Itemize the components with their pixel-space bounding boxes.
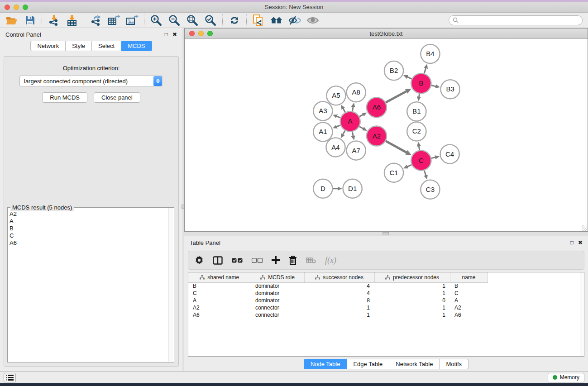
table-settings-gear-icon[interactable]	[195, 253, 204, 267]
node-A1[interactable]: A1	[313, 122, 332, 141]
delete-table-icon[interactable]	[306, 253, 316, 267]
export-image-icon[interactable]	[126, 14, 139, 26]
edge-C-C3[interactable]	[424, 171, 426, 176]
zoom-in-icon[interactable]	[150, 14, 163, 26]
task-history-button[interactable]	[4, 373, 16, 382]
edge-A2-C[interactable]	[386, 141, 407, 153]
toggle-columns-icon[interactable]	[213, 253, 223, 267]
tab-edge-table[interactable]: Edge Table	[347, 359, 389, 369]
close-panel-button[interactable]: Close panel	[94, 92, 140, 103]
home-icon[interactable]	[270, 14, 283, 26]
float-panel-icon[interactable]: □	[165, 32, 168, 37]
save-session-icon[interactable]	[24, 14, 36, 26]
table-row[interactable]: Cdominator41C	[188, 290, 497, 297]
zoom-out-icon[interactable]	[168, 14, 181, 26]
node-C2[interactable]: C2	[407, 122, 426, 141]
node-A3[interactable]: A3	[313, 101, 332, 120]
edge-B-B1[interactable]	[419, 94, 419, 97]
zoom-selected-icon[interactable]	[204, 14, 217, 26]
edge-B-B2[interactable]	[407, 77, 411, 79]
node-C1[interactable]: C1	[384, 163, 403, 182]
edge-C-C1[interactable]	[407, 165, 411, 167]
network-graph[interactable]: B4B2BB3A8A5A6A3B1AC2A1A2A4A7C4CC1C3DD1	[185, 39, 588, 231]
result-item[interactable]: A	[10, 218, 168, 225]
add-column-icon[interactable]	[272, 253, 280, 267]
table-row[interactable]: A2connector11A2	[188, 304, 497, 311]
search-box[interactable]	[449, 15, 583, 25]
optimization-criterion-select[interactable]: largest connected component (directed)	[19, 76, 163, 86]
table-row[interactable]: Bdominator41B	[188, 282, 497, 290]
column-header-shared-name[interactable]: shared name	[188, 272, 251, 282]
result-item[interactable]: A6	[10, 239, 168, 247]
node-A2[interactable]: A2	[367, 126, 387, 146]
edge-A-A3[interactable]	[336, 116, 340, 118]
edge-B-B4[interactable]	[424, 68, 426, 73]
memory-button[interactable]: Memory	[548, 373, 584, 382]
result-item[interactable]: A2	[10, 210, 168, 218]
edge-A-A1[interactable]	[336, 125, 340, 127]
node-B1[interactable]: B1	[407, 102, 426, 121]
node-A6[interactable]: A6	[367, 97, 387, 117]
hide-unhide-icon[interactable]	[288, 14, 301, 26]
node-D[interactable]: D	[313, 179, 332, 198]
close-panel-icon[interactable]: ✖	[172, 32, 177, 37]
export-network-icon[interactable]	[90, 14, 102, 26]
splitter-grip[interactable]	[382, 232, 389, 235]
node-A4[interactable]: A4	[326, 138, 345, 157]
edge-B-B3[interactable]	[431, 86, 436, 86]
node-A[interactable]: A	[340, 111, 360, 131]
node-C3[interactable]: C3	[421, 180, 440, 199]
network-canvas[interactable]: B4B2BB3A8A5A6A3B1AC2A1A2A4A7C4CC1C3DD1	[185, 39, 588, 231]
result-item[interactable]: C	[10, 232, 168, 239]
node-A7[interactable]: A7	[347, 141, 366, 160]
node-table-grid[interactable]: shared nameMCDS rolesuccessor nodesprede…	[188, 272, 497, 319]
table-scrollbar[interactable]	[580, 272, 584, 356]
tab-motifs[interactable]: Motifs	[440, 359, 468, 369]
node-B[interactable]: B	[411, 73, 431, 93]
float-panel-icon[interactable]: □	[570, 240, 574, 245]
edge-A6-B[interactable]	[386, 91, 406, 102]
node-C4[interactable]: C4	[440, 145, 459, 164]
node-A8[interactable]: A8	[347, 83, 366, 102]
delete-column-trash-icon[interactable]	[289, 253, 297, 267]
edge-A-A5[interactable]	[343, 108, 345, 112]
column-header-predecessor-nodes[interactable]: predecessor nodes	[374, 272, 450, 282]
horizontal-splitter[interactable]	[184, 232, 588, 236]
search-input[interactable]	[461, 17, 578, 24]
show-all-icon[interactable]	[306, 14, 319, 26]
edge-C-C2[interactable]	[419, 146, 420, 150]
tab-mcds[interactable]: MCDS	[121, 41, 152, 51]
share-session-icon[interactable]	[252, 14, 265, 26]
edge-A-A6[interactable]	[359, 114, 363, 117]
node-B2[interactable]: B2	[384, 61, 403, 80]
node-B4[interactable]: B4	[421, 44, 440, 63]
deselect-all-rows-icon[interactable]	[252, 253, 263, 267]
network-window-titlebar[interactable]: testGlobe.txt	[185, 29, 588, 39]
import-network-icon[interactable]	[48, 14, 60, 26]
mcds-result-list[interactable]: A2ABCA6	[10, 210, 168, 361]
result-scrollbar[interactable]	[168, 208, 173, 362]
close-panel-icon[interactable]: ✖	[578, 240, 583, 245]
resize-handle-icon[interactable]	[582, 225, 587, 231]
run-mcds-button[interactable]: Run MCDS	[42, 92, 87, 103]
tab-select[interactable]: Select	[92, 41, 121, 51]
edge-C-C4[interactable]	[431, 157, 435, 158]
table-row[interactable]: A6connector11A6	[188, 311, 497, 319]
import-table-icon[interactable]	[66, 14, 78, 26]
edge-A-A4[interactable]	[343, 131, 345, 135]
export-table-icon[interactable]	[108, 14, 120, 26]
refresh-icon[interactable]	[228, 14, 241, 26]
edge-A-A2[interactable]	[359, 127, 363, 129]
node-A5[interactable]: A5	[326, 86, 345, 105]
column-header-name[interactable]: name	[450, 272, 488, 282]
table-row[interactable]: Adominator80A	[188, 297, 497, 304]
function-builder-icon[interactable]: f(x)	[325, 253, 336, 267]
edge-A-A7[interactable]	[352, 132, 353, 136]
result-item[interactable]: B	[10, 225, 168, 232]
zoom-fit-icon[interactable]	[186, 14, 199, 26]
tab-network[interactable]: Network	[30, 41, 66, 51]
column-header-successor-nodes[interactable]: successor nodes	[304, 272, 374, 282]
edge-A-A8[interactable]	[352, 107, 353, 111]
node-B3[interactable]: B3	[441, 80, 460, 99]
tab-network-table[interactable]: Network Table	[389, 359, 440, 369]
